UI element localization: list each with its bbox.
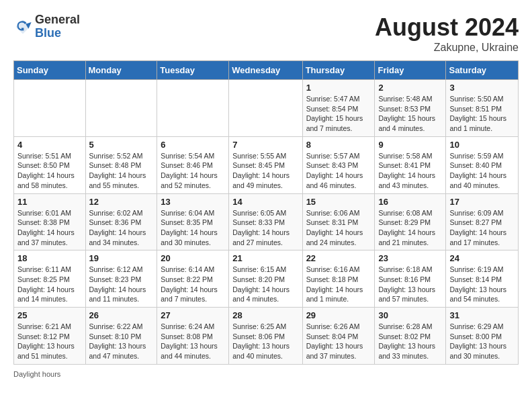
calendar-cell: 20Sunrise: 6:14 AM Sunset: 8:22 PM Dayli… <box>157 250 229 308</box>
calendar-cell: 23Sunrise: 6:18 AM Sunset: 8:16 PM Dayli… <box>375 250 446 308</box>
day-number: 14 <box>232 197 298 207</box>
day-info: Sunrise: 5:47 AM Sunset: 8:54 PM Dayligh… <box>306 94 371 134</box>
day-number: 15 <box>306 197 371 207</box>
calendar-cell: 7Sunrise: 5:55 AM Sunset: 8:45 PM Daylig… <box>229 136 302 193</box>
calendar-week-row: 11Sunrise: 6:01 AM Sunset: 8:38 PM Dayli… <box>14 193 519 250</box>
day-number: 22 <box>306 253 371 263</box>
day-info: Sunrise: 6:19 AM Sunset: 8:14 PM Dayligh… <box>449 265 515 304</box>
calendar-cell: 31Sunrise: 6:29 AM Sunset: 8:00 PM Dayli… <box>446 308 519 365</box>
calendar-cell: 6Sunrise: 5:54 AM Sunset: 8:46 PM Daylig… <box>157 136 229 193</box>
calendar-week-row: 4Sunrise: 5:51 AM Sunset: 8:50 PM Daylig… <box>14 136 519 193</box>
logo-text: General Blue <box>35 13 80 40</box>
calendar-body: 1Sunrise: 5:47 AM Sunset: 8:54 PM Daylig… <box>14 80 519 365</box>
day-number: 20 <box>161 253 225 263</box>
day-info: Sunrise: 5:55 AM Sunset: 8:45 PM Dayligh… <box>232 151 298 191</box>
page-header: General Blue August 2024 Zakupne, Ukrain… <box>13 13 519 54</box>
logo-blue: Blue <box>35 27 80 40</box>
day-info: Sunrise: 5:58 AM Sunset: 8:41 PM Dayligh… <box>378 151 442 191</box>
calendar-cell: 15Sunrise: 6:06 AM Sunset: 8:31 PM Dayli… <box>302 193 375 250</box>
calendar-cell: 10Sunrise: 5:59 AM Sunset: 8:40 PM Dayli… <box>446 136 519 193</box>
day-number: 7 <box>232 140 298 150</box>
calendar-cell: 29Sunrise: 6:26 AM Sunset: 8:04 PM Dayli… <box>302 308 375 365</box>
day-info: Sunrise: 6:02 AM Sunset: 8:36 PM Dayligh… <box>89 208 154 248</box>
calendar-cell: 22Sunrise: 6:16 AM Sunset: 8:18 PM Dayli… <box>302 250 375 308</box>
day-info: Sunrise: 6:24 AM Sunset: 8:08 PM Dayligh… <box>161 322 225 361</box>
calendar-cell: 19Sunrise: 6:12 AM Sunset: 8:23 PM Dayli… <box>85 250 157 308</box>
day-number: 4 <box>17 140 82 150</box>
calendar-cell: 28Sunrise: 6:25 AM Sunset: 8:06 PM Dayli… <box>229 308 302 365</box>
calendar-cell: 1Sunrise: 5:47 AM Sunset: 8:54 PM Daylig… <box>302 80 375 137</box>
day-info: Sunrise: 6:25 AM Sunset: 8:06 PM Dayligh… <box>232 322 298 361</box>
calendar-cell: 27Sunrise: 6:24 AM Sunset: 8:08 PM Dayli… <box>157 308 229 365</box>
day-number: 16 <box>378 197 442 207</box>
day-info: Sunrise: 6:09 AM Sunset: 8:27 PM Dayligh… <box>449 208 515 248</box>
weekday-header: Sunday <box>14 61 86 80</box>
day-number: 17 <box>449 197 515 207</box>
calendar-cell <box>14 80 86 137</box>
calendar-cell: 11Sunrise: 6:01 AM Sunset: 8:38 PM Dayli… <box>14 193 86 250</box>
calendar-cell: 4Sunrise: 5:51 AM Sunset: 8:50 PM Daylig… <box>14 136 86 193</box>
day-number: 30 <box>378 310 442 320</box>
day-number: 11 <box>17 197 82 207</box>
day-number: 3 <box>449 83 515 93</box>
day-info: Sunrise: 6:04 AM Sunset: 8:35 PM Dayligh… <box>161 208 225 248</box>
day-number: 19 <box>89 253 154 263</box>
day-info: Sunrise: 6:18 AM Sunset: 8:16 PM Dayligh… <box>378 265 442 304</box>
weekday-header: Thursday <box>302 61 375 80</box>
day-number: 27 <box>161 310 225 320</box>
calendar-cell: 24Sunrise: 6:19 AM Sunset: 8:14 PM Dayli… <box>446 250 519 308</box>
day-info: Sunrise: 6:05 AM Sunset: 8:33 PM Dayligh… <box>232 208 298 248</box>
day-number: 29 <box>306 310 371 320</box>
calendar-cell: 17Sunrise: 6:09 AM Sunset: 8:27 PM Dayli… <box>446 193 519 250</box>
calendar-week-row: 25Sunrise: 6:21 AM Sunset: 8:12 PM Dayli… <box>14 308 519 365</box>
day-number: 13 <box>161 197 225 207</box>
footer: Daylight hours <box>13 370 519 378</box>
day-info: Sunrise: 6:11 AM Sunset: 8:25 PM Dayligh… <box>17 265 82 304</box>
month-year: August 2024 <box>375 13 519 42</box>
weekday-header: Tuesday <box>157 61 229 80</box>
day-number: 26 <box>89 310 154 320</box>
day-info: Sunrise: 6:28 AM Sunset: 8:02 PM Dayligh… <box>378 322 442 361</box>
day-number: 5 <box>89 140 154 150</box>
day-number: 23 <box>378 253 442 263</box>
day-number: 2 <box>378 83 442 93</box>
day-info: Sunrise: 5:57 AM Sunset: 8:43 PM Dayligh… <box>306 151 371 191</box>
day-number: 18 <box>17 253 82 263</box>
calendar-cell: 18Sunrise: 6:11 AM Sunset: 8:25 PM Dayli… <box>14 250 86 308</box>
calendar-table: SundayMondayTuesdayWednesdayThursdayFrid… <box>13 60 519 365</box>
month-title: August 2024 Zakupne, Ukraine <box>375 13 519 54</box>
day-number: 28 <box>232 310 298 320</box>
location: Zakupne, Ukraine <box>375 42 519 54</box>
calendar-cell: 2Sunrise: 5:48 AM Sunset: 8:53 PM Daylig… <box>375 80 446 137</box>
day-info: Sunrise: 6:01 AM Sunset: 8:38 PM Dayligh… <box>17 208 82 248</box>
calendar-cell: 14Sunrise: 6:05 AM Sunset: 8:33 PM Dayli… <box>229 193 302 250</box>
day-info: Sunrise: 5:51 AM Sunset: 8:50 PM Dayligh… <box>17 151 82 191</box>
weekday-header: Friday <box>375 61 446 80</box>
day-info: Sunrise: 5:59 AM Sunset: 8:40 PM Dayligh… <box>449 151 515 191</box>
day-info: Sunrise: 6:12 AM Sunset: 8:23 PM Dayligh… <box>89 265 154 304</box>
calendar-cell: 9Sunrise: 5:58 AM Sunset: 8:41 PM Daylig… <box>375 136 446 193</box>
logo: General Blue <box>13 13 80 40</box>
calendar-cell: 5Sunrise: 5:52 AM Sunset: 8:48 PM Daylig… <box>85 136 157 193</box>
calendar-header: SundayMondayTuesdayWednesdayThursdayFrid… <box>14 61 519 80</box>
calendar-week-row: 18Sunrise: 6:11 AM Sunset: 8:25 PM Dayli… <box>14 250 519 308</box>
calendar-cell: 13Sunrise: 6:04 AM Sunset: 8:35 PM Dayli… <box>157 193 229 250</box>
day-info: Sunrise: 6:06 AM Sunset: 8:31 PM Dayligh… <box>306 208 371 248</box>
calendar-cell <box>85 80 157 137</box>
day-number: 25 <box>17 310 82 320</box>
day-number: 12 <box>89 197 154 207</box>
calendar-cell: 12Sunrise: 6:02 AM Sunset: 8:36 PM Dayli… <box>85 193 157 250</box>
day-info: Sunrise: 6:22 AM Sunset: 8:10 PM Dayligh… <box>89 322 154 361</box>
calendar-cell: 26Sunrise: 6:22 AM Sunset: 8:10 PM Dayli… <box>85 308 157 365</box>
day-info: Sunrise: 5:54 AM Sunset: 8:46 PM Dayligh… <box>161 151 225 191</box>
day-info: Sunrise: 6:21 AM Sunset: 8:12 PM Dayligh… <box>17 322 82 361</box>
day-info: Sunrise: 6:16 AM Sunset: 8:18 PM Dayligh… <box>306 265 371 304</box>
calendar-cell: 16Sunrise: 6:08 AM Sunset: 8:29 PM Dayli… <box>375 193 446 250</box>
logo-general: General <box>35 13 80 27</box>
day-info: Sunrise: 6:08 AM Sunset: 8:29 PM Dayligh… <box>378 208 442 248</box>
calendar-cell: 21Sunrise: 6:15 AM Sunset: 8:20 PM Dayli… <box>229 250 302 308</box>
day-info: Sunrise: 5:50 AM Sunset: 8:51 PM Dayligh… <box>449 94 515 134</box>
weekday-header: Monday <box>85 61 157 80</box>
calendar-week-row: 1Sunrise: 5:47 AM Sunset: 8:54 PM Daylig… <box>14 80 519 137</box>
logo-icon <box>13 17 32 36</box>
